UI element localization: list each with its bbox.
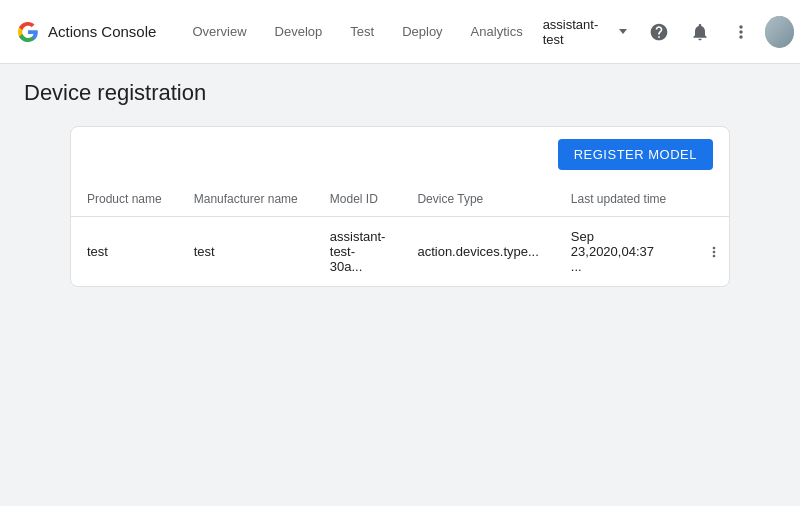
user-avatar[interactable] (765, 16, 794, 48)
app-logo[interactable]: Actions Console (16, 20, 156, 44)
nav-item-develop[interactable]: Develop (263, 16, 335, 47)
project-selector[interactable]: assistant-test (535, 11, 635, 53)
col-model-id: Model ID (314, 182, 402, 217)
col-product-name: Product name (71, 182, 178, 217)
cell-model-id: assistant-test-30a... (314, 217, 402, 287)
row-more-button[interactable] (698, 236, 730, 268)
nav-item-deploy[interactable]: Deploy (390, 16, 454, 47)
card-actions: REGISTER MODEL (71, 127, 729, 182)
col-manufacturer-name: Manufacturer name (178, 182, 314, 217)
row-more-vert-icon (706, 243, 722, 261)
more-vert-icon (731, 22, 751, 42)
table-body: test test assistant-test-30a... action.d… (71, 217, 730, 287)
cell-product-name: test (71, 217, 178, 287)
more-options-button[interactable] (724, 14, 757, 50)
header-right: assistant-test (535, 11, 795, 53)
cell-manufacturer-name: test (178, 217, 314, 287)
register-model-button[interactable]: REGISTER MODEL (558, 139, 713, 170)
table-header: Product name Manufacturer name Model ID … (71, 182, 730, 217)
google-logo-icon (16, 20, 40, 44)
nav-item-test[interactable]: Test (338, 16, 386, 47)
main-nav: Overview Develop Test Deploy Analytics (180, 16, 534, 47)
nav-item-analytics[interactable]: Analytics (459, 16, 535, 47)
nav-item-overview[interactable]: Overview (180, 16, 258, 47)
help-button[interactable] (643, 14, 676, 50)
bell-icon (690, 22, 710, 42)
page-header: Device registration (0, 64, 800, 118)
device-table: Product name Manufacturer name Model ID … (71, 182, 730, 286)
cell-row-actions (682, 217, 730, 287)
help-icon (649, 22, 669, 42)
device-registration-card: REGISTER MODEL Product name Manufacturer… (70, 126, 730, 287)
cell-last-updated: Sep 23,2020,04:37 ... (555, 217, 682, 287)
table-row: test test assistant-test-30a... action.d… (71, 217, 730, 287)
app-title: Actions Console (48, 23, 156, 40)
cell-device-type: action.devices.type... (401, 217, 554, 287)
project-name: assistant-test (543, 17, 611, 47)
project-dropdown-icon (619, 29, 627, 34)
page-title: Device registration (24, 80, 776, 106)
table-header-row: Product name Manufacturer name Model ID … (71, 182, 730, 217)
col-last-updated: Last updated time (555, 182, 682, 217)
main-content: REGISTER MODEL Product name Manufacturer… (0, 118, 800, 311)
col-device-type: Device Type (401, 182, 554, 217)
notifications-button[interactable] (684, 14, 717, 50)
app-header: Actions Console Overview Develop Test De… (0, 0, 800, 64)
col-actions (682, 182, 730, 217)
